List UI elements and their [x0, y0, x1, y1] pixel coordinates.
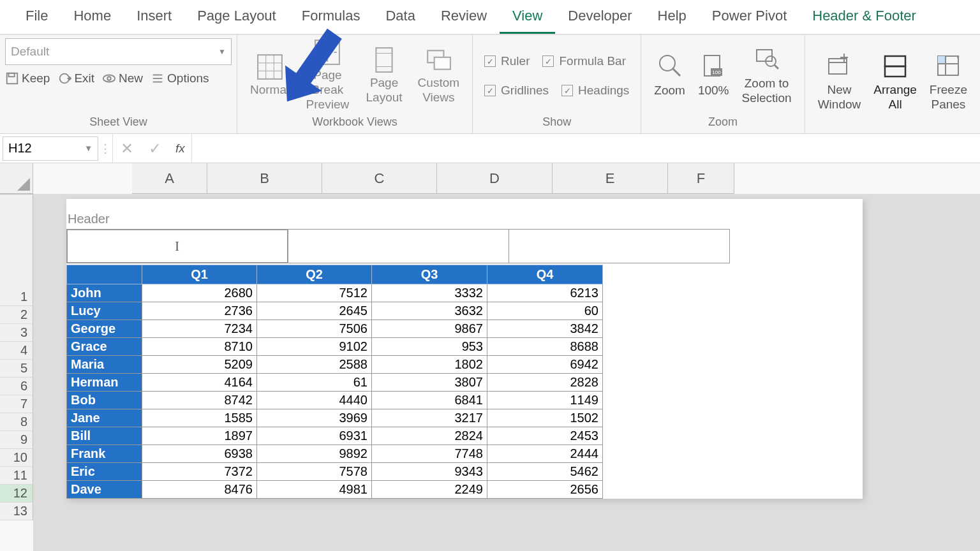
header-center-box[interactable] — [288, 230, 509, 263]
data-cell[interactable]: 7372 — [142, 463, 257, 481]
data-cell[interactable]: 953 — [372, 338, 487, 356]
data-cell[interactable]: 3632 — [372, 302, 487, 320]
col-header-d[interactable]: D — [437, 163, 553, 194]
data-cell[interactable]: 7578 — [257, 463, 372, 481]
data-cell[interactable]: 2824 — [372, 427, 487, 445]
headings-checkbox[interactable]: ✓Headings — [561, 84, 629, 98]
tab-review[interactable]: Review — [428, 0, 500, 34]
data-cell[interactable]: 7506 — [257, 320, 372, 338]
row-header[interactable]: 10 — [0, 449, 33, 467]
data-cell[interactable]: 7512 — [257, 284, 372, 302]
data-cell[interactable]: 2444 — [487, 445, 603, 463]
tab-file[interactable]: File — [13, 0, 61, 34]
data-cell[interactable]: 4440 — [257, 392, 372, 409]
new-button[interactable]: New — [102, 71, 143, 85]
table-header[interactable]: Q2 — [257, 265, 372, 284]
data-cell[interactable]: 3842 — [487, 320, 603, 338]
name-cell[interactable]: Grace — [67, 338, 142, 356]
data-cell[interactable]: 2736 — [142, 302, 257, 320]
data-cell[interactable]: 6841 — [372, 392, 487, 409]
custom-views-button[interactable]: Custom Views — [413, 47, 464, 105]
row-header[interactable]: 5 — [0, 360, 33, 378]
data-cell[interactable]: 3807 — [372, 374, 487, 392]
name-cell[interactable]: Maria — [67, 356, 142, 374]
col-header-a[interactable]: A — [132, 163, 207, 194]
data-cell[interactable]: 61 — [257, 374, 372, 392]
exit-button[interactable]: Exit — [57, 71, 94, 85]
name-cell[interactable]: Eric — [67, 463, 142, 481]
data-cell[interactable]: 60 — [487, 302, 603, 320]
data-cell[interactable]: 7748 — [372, 445, 487, 463]
name-cell[interactable]: Dave — [67, 481, 142, 499]
new-window-button[interactable]: New Window — [814, 52, 865, 112]
zoom-button[interactable]: Zoom — [650, 53, 689, 98]
data-cell[interactable]: 2645 — [257, 302, 372, 320]
row-header[interactable]: 11 — [0, 467, 33, 485]
col-header-c[interactable]: C — [322, 163, 437, 194]
fx-label[interactable]: fx — [169, 142, 191, 156]
name-cell[interactable]: Herman — [67, 374, 142, 392]
name-cell[interactable]: Lucy — [67, 302, 142, 320]
col-header-e[interactable]: E — [553, 163, 668, 194]
data-cell[interactable]: 7234 — [142, 320, 257, 338]
data-cell[interactable]: 8688 — [487, 338, 603, 356]
name-cell[interactable]: George — [67, 320, 142, 338]
zoom-100-button[interactable]: 100 100% — [694, 53, 733, 98]
name-box[interactable]: H12 ▼ — [3, 136, 98, 161]
tab-help[interactable]: Help — [645, 0, 699, 34]
data-cell[interactable]: 5209 — [142, 356, 257, 374]
data-cell[interactable]: 1149 — [487, 392, 603, 409]
header-right-box[interactable] — [509, 230, 729, 263]
formula-bar-checkbox[interactable]: ✓Formula Bar — [542, 54, 626, 68]
data-cell[interactable]: 2680 — [142, 284, 257, 302]
data-cell[interactable]: 6931 — [257, 427, 372, 445]
options-button[interactable]: Options — [151, 71, 209, 85]
tab-insert[interactable]: Insert — [124, 0, 184, 34]
data-cell[interactable]: 1897 — [142, 427, 257, 445]
data-cell[interactable]: 6213 — [487, 284, 603, 302]
data-cell[interactable]: 2453 — [487, 427, 603, 445]
data-cell[interactable]: 6942 — [487, 356, 603, 374]
tab-home[interactable]: Home — [61, 0, 124, 34]
tab-power-pivot[interactable]: Power Pivot — [699, 0, 799, 34]
table-header[interactable]: Q1 — [142, 265, 257, 284]
data-cell[interactable]: 8710 — [142, 338, 257, 356]
table-header[interactable]: Q3 — [372, 265, 487, 284]
freeze-panes-button[interactable]: * Freeze Panes — [926, 52, 971, 112]
tab-view[interactable]: View — [500, 0, 555, 34]
name-cell[interactable]: John — [67, 284, 142, 302]
data-cell[interactable]: 8476 — [142, 481, 257, 499]
data-cell[interactable]: 1502 — [487, 409, 603, 427]
table-header[interactable]: Q4 — [487, 265, 603, 284]
data-cell[interactable]: 4164 — [142, 374, 257, 392]
data-cell[interactable]: 4981 — [257, 481, 372, 499]
data-cell[interactable]: 3969 — [257, 409, 372, 427]
tab-header-footer[interactable]: Header & Footer — [799, 0, 929, 34]
data-cell[interactable]: 9892 — [257, 445, 372, 463]
tab-developer[interactable]: Developer — [555, 0, 644, 34]
row-header[interactable]: 1 — [0, 288, 33, 306]
row-header[interactable]: 13 — [0, 503, 33, 520]
row-header[interactable]: 6 — [0, 378, 33, 395]
data-cell[interactable]: 1802 — [372, 356, 487, 374]
data-cell[interactable]: 2249 — [372, 481, 487, 499]
data-cell[interactable]: 9867 — [372, 320, 487, 338]
row-header[interactable]: 8 — [0, 413, 33, 431]
formula-input[interactable] — [192, 136, 977, 161]
name-cell[interactable]: Bill — [67, 427, 142, 445]
select-all-corner[interactable] — [0, 163, 33, 194]
cancel-formula-button[interactable]: ✕ — [113, 140, 141, 158]
col-header-b[interactable]: B — [207, 163, 322, 194]
sheet-view-dropdown[interactable]: Default ▼ — [5, 38, 232, 65]
table-header[interactable] — [67, 265, 142, 284]
col-header-f[interactable]: F — [668, 163, 734, 194]
data-cell[interactable]: 2588 — [257, 356, 372, 374]
row-header[interactable]: 4 — [0, 342, 33, 360]
data-cell[interactable]: 2828 — [487, 374, 603, 392]
data-cell[interactable]: 9102 — [257, 338, 372, 356]
gridlines-checkbox[interactable]: ✓Gridlines — [484, 84, 549, 98]
data-cell[interactable]: 2656 — [487, 481, 603, 499]
zoom-selection-button[interactable]: Zoom to Selection — [738, 46, 796, 106]
keep-button[interactable]: Keep — [5, 71, 50, 85]
name-cell[interactable]: Frank — [67, 445, 142, 463]
